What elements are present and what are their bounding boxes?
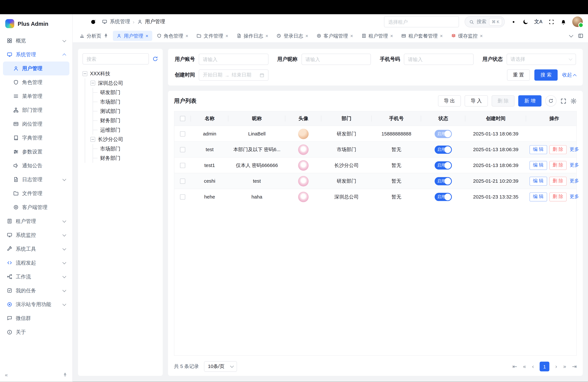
tree-node-dept[interactable]: 财务部门: [98, 116, 158, 125]
sidebar-item-menu-management[interactable]: 菜单管理: [3, 89, 69, 103]
status-toggle[interactable]: 启用: [435, 193, 452, 201]
first-page-button[interactable]: ⇤: [512, 364, 517, 369]
breadcrumb-item[interactable]: 系统管理: [110, 18, 130, 25]
sidebar-item-client-management[interactable]: 客户端管理: [3, 200, 69, 214]
edit-button[interactable]: 编 辑: [529, 176, 547, 186]
refresh-icon[interactable]: [90, 19, 96, 25]
delete-row-button[interactable]: 删 除: [549, 192, 567, 201]
status-toggle[interactable]: 启用: [435, 146, 452, 154]
delete-row-button[interactable]: 删 除: [549, 145, 567, 154]
row-checkbox[interactable]: [180, 131, 185, 136]
table-fullscreen-icon[interactable]: [560, 98, 567, 104]
tab-role-management[interactable]: 角色管理×: [153, 31, 192, 41]
date-range-picker[interactable]: 开始日期 → 结束日期: [199, 69, 268, 81]
sidebar-item-role-management[interactable]: 角色管理: [3, 75, 69, 89]
row-checkbox[interactable]: [180, 147, 185, 152]
sidebar-item-overview[interactable]: 概览: [3, 34, 69, 48]
table-settings-icon[interactable]: [570, 98, 577, 104]
more-button[interactable]: 更多: [569, 178, 579, 184]
table-row[interactable]: test1 仅本人 密码666666 长沙分公司 暂无 启用 2025-01-1…: [174, 157, 576, 173]
prev-pages-button[interactable]: «: [523, 364, 526, 369]
tree-expander-icon[interactable]: [90, 137, 95, 142]
tab-cache-monitor[interactable]: 缓存监控×: [447, 31, 486, 41]
table-row[interactable]: test 本部门及以下 密码6... 市场部门 暂无 启用 2025-01-13…: [174, 142, 576, 157]
table-row[interactable]: ceshi test 研发部门 暂无 启用 2025-01-21 10:20:3…: [174, 173, 576, 189]
tab-analysis[interactable]: 分析页: [76, 31, 112, 41]
tree-node-dept[interactable]: 财务部门: [98, 153, 158, 163]
sidebar-item-demo-features[interactable]: 演示站专用功能: [3, 297, 69, 311]
sidebar-collapse-button[interactable]: «: [5, 372, 8, 377]
tree-refresh-icon[interactable]: [152, 56, 158, 62]
edit-button[interactable]: 编 辑: [529, 192, 547, 201]
delete-button[interactable]: 删 除: [491, 95, 514, 106]
sidebar-item-tenant-management[interactable]: 租户管理: [3, 214, 69, 228]
edit-button[interactable]: 编 辑: [529, 145, 547, 154]
row-checkbox[interactable]: [180, 194, 185, 199]
moon-icon[interactable]: [522, 19, 528, 25]
tenant-select-input[interactable]: [384, 16, 459, 27]
sidebar-item-workflow[interactable]: 工作流: [3, 270, 69, 284]
more-button[interactable]: 更多: [569, 194, 579, 200]
import-button[interactable]: 导 入: [465, 95, 488, 106]
hamburger-icon[interactable]: [78, 19, 84, 25]
tab-tenant-package[interactable]: 租户套餐管理×: [398, 31, 446, 41]
status-select[interactable]: 请选择: [506, 54, 576, 65]
phone-input[interactable]: [404, 54, 474, 65]
sidebar-item-param-settings[interactable]: 参数设置: [3, 145, 69, 159]
add-button[interactable]: 新 增: [518, 95, 542, 106]
current-page[interactable]: 1: [540, 361, 549, 371]
sidebar-item-system-monitor[interactable]: 系统监控: [3, 228, 69, 242]
tree-node-dept[interactable]: 市场部门: [98, 144, 158, 153]
close-icon[interactable]: ×: [146, 33, 148, 38]
sidebar-item-file-management[interactable]: 文件管理: [3, 186, 69, 200]
tab-client-management[interactable]: 客户端管理×: [313, 31, 357, 41]
tab-login-log[interactable]: 登录日志×: [273, 31, 312, 41]
fullscreen-icon[interactable]: [548, 19, 555, 25]
tree-node-dept[interactable]: 研发部门: [98, 88, 158, 97]
status-toggle[interactable]: 启用: [435, 177, 452, 185]
global-search-button[interactable]: 搜索 ⌘ K: [465, 16, 504, 27]
tree-node-branch[interactable]: 深圳总公司: [90, 78, 158, 88]
close-icon[interactable]: ×: [390, 33, 393, 38]
sidebar-item-wechat-group[interactable]: 微信群: [3, 311, 69, 325]
close-icon[interactable]: ×: [440, 33, 443, 38]
prev-page-button[interactable]: ‹: [532, 364, 534, 369]
tab-file-management[interactable]: 文件管理×: [193, 31, 232, 41]
next-page-button[interactable]: ›: [555, 364, 557, 369]
close-icon[interactable]: ×: [265, 33, 268, 38]
tree-node-company[interactable]: XXX科技: [83, 69, 158, 78]
tree-search-input[interactable]: [83, 53, 149, 64]
tree-node-branch[interactable]: 长沙分公司: [90, 135, 158, 144]
tree-expander-icon[interactable]: [83, 71, 87, 76]
tree-expander-icon[interactable]: [90, 81, 95, 85]
collapse-filters-link[interactable]: 收起: [562, 72, 576, 78]
delete-row-button[interactable]: 删 除: [549, 161, 567, 170]
more-button[interactable]: 更多: [569, 162, 579, 169]
more-button[interactable]: 更多: [569, 146, 579, 153]
table-row[interactable]: admin LinaBell 研发部门 15888888888 启用 2025-…: [174, 126, 576, 141]
table-row[interactable]: hehe haha 深圳总公司 暂无 启用 2025-01-23 13:32:3…: [174, 189, 576, 204]
table-refresh-button[interactable]: [545, 95, 556, 106]
tab-operation-log[interactable]: 操作日志×: [233, 31, 272, 41]
sidebar-item-dept-management[interactable]: 部门管理: [3, 103, 69, 117]
search-button[interactable]: 搜 索: [535, 69, 558, 81]
tree-node-dept[interactable]: 测试部门: [98, 106, 158, 116]
row-checkbox[interactable]: [180, 163, 185, 168]
reset-button[interactable]: 重 置: [507, 69, 530, 81]
delete-row-button[interactable]: 删 除: [549, 176, 567, 186]
sidebar-item-dict-management[interactable]: 字典管理: [3, 131, 69, 145]
sidebar-item-user-management[interactable]: 用户管理: [3, 62, 69, 75]
status-toggle[interactable]: 启用: [435, 161, 452, 170]
user-avatar[interactable]: [572, 17, 583, 27]
row-checkbox[interactable]: [180, 178, 185, 184]
sidebar-item-system-management[interactable]: 系统管理: [3, 48, 69, 62]
gear-icon[interactable]: [510, 19, 517, 25]
layout-icon[interactable]: [578, 33, 583, 39]
tab-tenant-management[interactable]: 租户管理×: [357, 31, 397, 41]
last-page-button[interactable]: ⇥: [572, 364, 577, 369]
sidebar-item-notice[interactable]: 通知公告: [3, 159, 69, 172]
tree-node-dept[interactable]: 运维部门: [98, 125, 158, 135]
account-input[interactable]: [199, 54, 268, 65]
sidebar-item-about[interactable]: 关于: [3, 325, 69, 339]
close-icon[interactable]: ×: [480, 33, 483, 38]
